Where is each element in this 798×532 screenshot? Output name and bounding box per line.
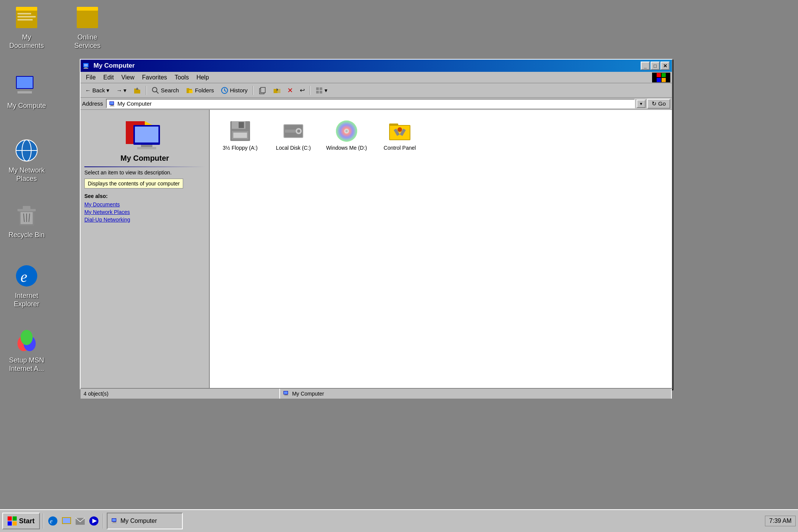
folders-icon [186, 87, 193, 94]
history-icon [221, 87, 228, 94]
svg-rect-47 [110, 106, 114, 106]
back-arrow-icon: ← [85, 87, 91, 93]
panel-tooltip: Displays the contents of your computer [84, 179, 183, 188]
my-computer-desktop-icon [13, 72, 40, 100]
windows-me-label: Windows Me (D:) [326, 145, 367, 151]
link-dial-up-networking[interactable]: Dial-Up Networking [84, 217, 205, 223]
panel-computer-icon [122, 114, 168, 152]
close-button[interactable]: ✕ [660, 62, 670, 70]
taskbar-window-icon [111, 518, 118, 524]
minimize-button[interactable]: _ [641, 62, 650, 70]
msn-icon [13, 327, 40, 354]
copy-button[interactable] [255, 85, 269, 96]
status-location: My Computer [280, 389, 672, 399]
back-button[interactable]: ← Back ▾ [82, 85, 112, 96]
desktop-icon-my-documents[interactable]: My Documents [4, 4, 49, 50]
link-my-documents[interactable]: My Documents [84, 201, 205, 207]
address-input[interactable]: My Computer [106, 99, 635, 108]
start-button[interactable]: Start [2, 513, 40, 529]
see-also-label: See also: [84, 193, 205, 199]
desktop-icon-my-computer[interactable]: My Compute [4, 72, 49, 110]
address-dropdown[interactable]: ▾ [636, 100, 646, 108]
forward-arrow-icon: → [116, 87, 122, 93]
status-bar: 4 object(s) My Computer [81, 388, 672, 399]
taskbar-divider-2 [103, 513, 104, 529]
svg-rect-10 [17, 91, 32, 93]
menu-tools[interactable]: Tools [171, 73, 193, 82]
menu-edit[interactable]: Edit [100, 73, 118, 82]
my-network-label: My Network Places [4, 166, 49, 183]
address-computer-icon [109, 101, 115, 107]
forward-button[interactable]: → ▾ [113, 85, 130, 96]
menu-file[interactable]: File [82, 73, 100, 82]
floppy-icon[interactable]: 3½ Floppy (A:) [217, 117, 263, 152]
panel-description: Select an item to view its description. [84, 169, 205, 176]
svg-point-62 [297, 130, 300, 133]
up-button[interactable] [130, 85, 144, 96]
svg-rect-25 [84, 64, 88, 66]
desktop-icon-online-services[interactable]: Online Services [65, 4, 110, 50]
go-button[interactable]: ↻ Go [647, 99, 670, 109]
search-icon [152, 87, 159, 94]
desktop-icon-ie[interactable]: e Internet Explorer [4, 262, 49, 308]
panel-divider [84, 166, 205, 167]
my-documents-label: My Documents [4, 33, 49, 50]
taskbar-explorer-icon[interactable] [60, 515, 73, 527]
svg-rect-26 [84, 67, 87, 68]
address-label: Address [82, 100, 103, 107]
undo-icon: ↩ [300, 87, 305, 94]
link-my-network-places[interactable]: My Network Places [84, 209, 205, 215]
svg-rect-6 [77, 7, 98, 11]
svg-rect-27 [84, 68, 88, 69]
move-button[interactable] [270, 85, 283, 96]
views-button[interactable]: ▾ [312, 85, 331, 96]
status-objects: 4 object(s) [81, 389, 280, 399]
desktop-icon-my-network[interactable]: My Network Places [4, 137, 49, 183]
cd-icon [334, 119, 359, 143]
my-computer-desktop-label: My Compute [7, 102, 46, 110]
svg-rect-43 [320, 91, 322, 93]
svg-rect-9 [20, 89, 30, 91]
recycle-bin-icon [13, 201, 40, 229]
msn-label: Setup MSN Internet A... [4, 356, 49, 373]
taskbar-window-my-computer[interactable]: My Computer [107, 513, 183, 529]
ie-icon: e [13, 262, 40, 290]
views-icon [315, 87, 323, 94]
local-disk-icon[interactable]: Local Disk (C:) [271, 117, 316, 152]
folders-button[interactable]: Folders [183, 85, 217, 96]
control-panel-icon[interactable]: Control Panel [377, 117, 423, 152]
maximize-button[interactable]: □ [651, 62, 660, 70]
toolbar-sep-2 [253, 86, 253, 95]
svg-rect-45 [110, 102, 114, 104]
views-dropdown-icon: ▾ [325, 87, 328, 94]
right-panel: 3½ Floppy (A:) Local Disk (C:) [210, 110, 672, 388]
windows-me-icon[interactable]: Windows Me (D:) [324, 117, 369, 152]
svg-text:e: e [21, 268, 27, 285]
svg-rect-2 [17, 13, 31, 14]
up-folder-icon [133, 87, 141, 94]
control-panel-folder-icon [388, 119, 412, 143]
svg-rect-81 [63, 518, 70, 523]
svg-rect-75 [284, 391, 288, 394]
search-button[interactable]: Search [149, 85, 182, 96]
title-bar-buttons: _ □ ✕ [641, 62, 670, 70]
menu-favorites[interactable]: Favorites [138, 73, 171, 82]
history-button[interactable]: History [218, 85, 251, 96]
local-disk-label: Local Disk (C:) [276, 145, 311, 151]
taskbar-time: 7:39 AM [765, 516, 796, 526]
undo-button[interactable]: ↩ [297, 85, 308, 96]
svg-rect-37 [261, 87, 265, 93]
taskbar-media-icon[interactable] [88, 515, 100, 527]
svg-rect-86 [112, 519, 116, 521]
menu-view[interactable]: View [117, 73, 138, 82]
menu-help[interactable]: Help [193, 73, 213, 82]
delete-button[interactable]: ✕ [284, 85, 296, 96]
taskbar-divider-1 [43, 513, 44, 529]
window-title: My Computer [93, 62, 135, 70]
desktop-icon-recycle-bin[interactable]: Recycle Bin [4, 201, 49, 239]
taskbar-outlook-icon[interactable] [74, 515, 86, 527]
desktop-icon-msn[interactable]: Setup MSN Internet A... [4, 327, 49, 373]
taskbar-ie-icon[interactable]: e [47, 515, 59, 527]
svg-text:e: e [50, 518, 52, 524]
svg-rect-87 [113, 522, 116, 522]
